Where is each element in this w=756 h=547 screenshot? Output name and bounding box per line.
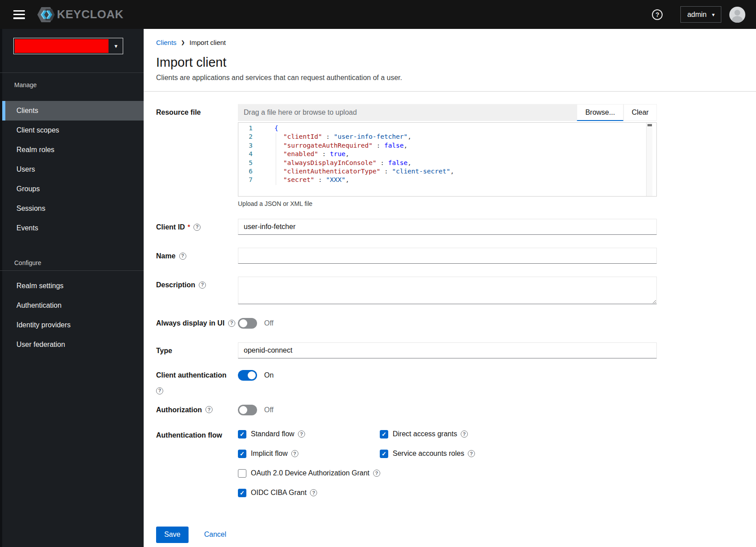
option-oidc-ciba-grant: ✓ OIDC CIBA Grant ?	[238, 489, 317, 497]
user-dropdown[interactable]: admin ▾	[680, 6, 721, 23]
sidebar-item-clients[interactable]: Clients	[2, 101, 144, 121]
sidebar-item-authentication[interactable]: Authentication	[2, 296, 144, 315]
client-authentication-label: Client authentication ?	[156, 370, 238, 394]
code-token: true	[330, 150, 346, 157]
type-label: Type	[156, 342, 238, 355]
help-icon[interactable]: ?	[228, 320, 235, 327]
help-icon-wrap: ?	[156, 386, 238, 394]
page-divider	[144, 91, 756, 92]
browse-button[interactable]: Browse...	[577, 104, 623, 121]
help-icon[interactable]: ?	[156, 387, 163, 394]
name-input[interactable]	[238, 248, 657, 264]
code-line: 1 {	[238, 124, 656, 133]
standard-flow-checkbox[interactable]: ✓	[238, 430, 246, 438]
realm-selector[interactable]: ▾	[13, 38, 123, 54]
always-display-toggle[interactable]	[238, 318, 257, 329]
help-icon[interactable]: ?	[298, 430, 305, 438]
redacted-realm-name	[15, 39, 109, 53]
clear-button[interactable]: Clear	[623, 104, 657, 121]
sidebar-item-realm-roles[interactable]: Realm roles	[2, 140, 144, 160]
cancel-link[interactable]: Cancel	[204, 531, 226, 539]
authentication-flow-label: Authentication flow	[156, 430, 238, 439]
sidebar-divider	[0, 270, 144, 271]
file-drop-input[interactable]: Drag a file here or browse to upload	[238, 104, 577, 121]
masthead: KEYCLOAK ? admin ▾	[0, 0, 756, 29]
editor-scrollbar[interactable]	[646, 123, 652, 196]
sidebar-item-identity-providers[interactable]: Identity providers	[2, 315, 144, 335]
help-icon[interactable]: ?	[652, 9, 663, 20]
help-icon[interactable]: ?	[291, 450, 298, 457]
sidebar: ▾ Manage Clients Client scopes Realm rol…	[0, 29, 144, 547]
sidebar-item-groups[interactable]: Groups	[2, 179, 144, 199]
json-code-editor[interactable]: 1 { 2 "clientId" : "user-info-fetcher", …	[238, 122, 657, 197]
save-button[interactable]: Save	[156, 527, 189, 543]
sidebar-item-events[interactable]: Events	[2, 218, 144, 238]
help-icon[interactable]: ?	[193, 224, 201, 231]
authentication-flow-row: Authentication flow ✓ Standard flow ? ✓ …	[156, 430, 756, 497]
service-accounts-roles-label: Service accounts roles	[393, 450, 464, 458]
help-icon[interactable]: ?	[199, 282, 206, 289]
import-client-form: Resource file Drag a file here or browse…	[156, 104, 756, 543]
resource-file-label: Resource file	[156, 104, 238, 117]
authorization-label-text: Authorization	[156, 406, 202, 414]
code-token: :	[314, 176, 326, 183]
help-icon[interactable]: ?	[461, 430, 468, 438]
help-icon[interactable]: ?	[179, 253, 186, 260]
help-icon[interactable]: ?	[373, 470, 380, 477]
code-token: :	[373, 142, 384, 149]
sidebar-item-client-scopes[interactable]: Client scopes	[2, 121, 144, 140]
code-token: "surrogateAuthRequired"	[283, 142, 373, 149]
sidebar-item-user-federation[interactable]: User federation	[2, 335, 144, 354]
code-line: 5 "alwaysDisplayInConsole" : false,	[238, 159, 656, 167]
service-accounts-roles-checkbox[interactable]: ✓	[380, 450, 388, 458]
authorization-label: Authorization ?	[156, 405, 238, 414]
check-icon: ✓	[382, 450, 386, 457]
auth-flow-options-row: ✓ OIDC CIBA Grant ?	[238, 489, 657, 497]
client-authentication-toggle-wrap: On	[238, 370, 657, 381]
line-number: 1	[238, 124, 253, 133]
editor-scrollbar-thumb[interactable]	[647, 124, 652, 126]
check-icon: ✓	[240, 490, 245, 496]
sidebar-item-users[interactable]: Users	[2, 160, 144, 179]
client-id-input[interactable]	[238, 219, 657, 235]
oidc-ciba-grant-checkbox[interactable]: ✓	[238, 489, 246, 497]
oidc-ciba-grant-label: OIDC CIBA Grant	[251, 489, 306, 497]
sidebar-item-sessions[interactable]: Sessions	[2, 199, 144, 218]
chevron-down-icon: ▾	[712, 12, 715, 18]
help-icon[interactable]: ?	[205, 406, 213, 413]
description-textarea[interactable]	[238, 277, 657, 304]
help-icon[interactable]: ?	[310, 489, 317, 496]
avatar-head	[735, 10, 740, 16]
option-direct-access-grants: ✓ Direct access grants ?	[380, 430, 468, 438]
code-token: "enabled"	[283, 150, 318, 157]
always-display-label: Always display in UI ?	[156, 318, 238, 327]
authorization-toggle-wrap: Off	[238, 405, 657, 415]
option-standard-flow: ✓ Standard flow ?	[238, 430, 380, 438]
direct-access-grants-label: Direct access grants	[393, 430, 457, 438]
client-authentication-toggle[interactable]	[238, 370, 257, 381]
sidebar-item-realm-settings[interactable]: Realm settings	[2, 276, 144, 296]
authorization-toggle[interactable]	[238, 405, 257, 415]
form-actions: Save Cancel	[156, 527, 756, 543]
direct-access-grants-checkbox[interactable]: ✓	[380, 430, 388, 438]
code-token: ,	[404, 142, 408, 149]
check-icon: ✓	[240, 431, 245, 438]
avatar[interactable]	[729, 7, 745, 23]
code-token: "client-secret"	[392, 168, 450, 175]
name-row: Name ?	[156, 248, 756, 264]
code-token: "secret"	[283, 176, 314, 183]
client-authentication-state: On	[264, 371, 273, 379]
authorization-state: Off	[264, 406, 273, 414]
code-token: "XXX"	[326, 176, 346, 183]
always-display-row: Always display in UI ? Off	[156, 318, 756, 329]
main-content: Clients ❯ Import client Import client Cl…	[144, 29, 756, 547]
nav-section-title-configure: Configure	[0, 259, 41, 266]
code-token: {	[274, 125, 278, 132]
nav-toggle-hamburger-icon[interactable]	[13, 10, 25, 19]
implicit-flow-checkbox[interactable]: ✓	[238, 450, 246, 458]
help-icon[interactable]: ?	[468, 450, 475, 457]
type-input[interactable]	[238, 342, 657, 358]
oauth-device-grant-checkbox[interactable]	[238, 469, 246, 478]
line-number: 4	[238, 150, 253, 158]
breadcrumb-clients-link[interactable]: Clients	[156, 39, 177, 46]
